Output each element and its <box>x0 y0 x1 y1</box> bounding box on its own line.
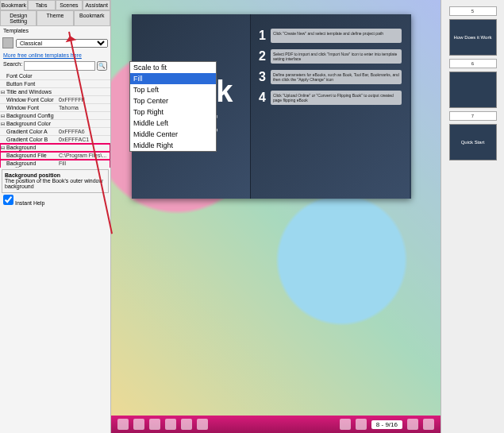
dropdown-option[interactable]: Top Left <box>130 84 216 95</box>
tab-scenes[interactable]: Scenes <box>56 0 83 10</box>
prev-icon[interactable] <box>356 419 367 430</box>
side-prop-row[interactable]: Title and Windows <box>0 88 110 96</box>
next-icon[interactable] <box>407 419 418 430</box>
side-prop-row[interactable]: Gradient Color A0xFFFFA6 <box>0 128 110 136</box>
tab-assistant[interactable]: Assistant <box>83 0 110 10</box>
dropdown-option[interactable]: Middle Center <box>130 129 216 140</box>
thumb-page[interactable]: Quick Start <box>449 124 497 160</box>
side-help: Background position The position of the … <box>2 169 109 193</box>
side-prop-row[interactable]: Button Font <box>0 80 110 88</box>
top-tabs[interactable]: Bookmark Tabs Scenes Assistant <box>0 0 110 10</box>
toc-icon[interactable] <box>117 419 129 430</box>
zoom-icon[interactable] <box>149 419 160 430</box>
search-row: Search: 🔍 <box>0 60 110 72</box>
expand-icon[interactable] <box>133 419 144 430</box>
dropdown-option[interactable]: Top Center <box>130 95 216 106</box>
side-prop-row[interactable]: Window Font Color0xFFFFFF <box>0 96 110 104</box>
first-icon[interactable] <box>340 419 351 430</box>
search-button[interactable]: 🔍 <box>97 61 107 71</box>
side-help-title: Background position <box>5 172 60 178</box>
search-icon[interactable] <box>165 419 176 430</box>
dropdown-option[interactable]: Top Right <box>130 106 216 118</box>
book-right-page: 1Click "Create New" and select template … <box>251 14 410 199</box>
search-input[interactable] <box>24 61 95 71</box>
templates-label: Templates <box>0 26 110 35</box>
dropdown-option[interactable]: Scale to fit <box>130 62 216 73</box>
hand-icon[interactable] <box>181 419 192 430</box>
side-prop-row[interactable]: Background Color <box>0 120 110 128</box>
last-icon[interactable] <box>423 419 434 430</box>
side-help-body: The position of the Book's outer window … <box>5 178 103 189</box>
instant-help-checkbox[interactable]: Instant Help <box>0 199 48 207</box>
thumb-page[interactable] <box>449 72 497 108</box>
tab-tabs[interactable]: Tabs <box>28 0 56 10</box>
side-prop-row[interactable]: Gradient Color B0xEFFFAC1 <box>0 136 110 144</box>
sub-tabs[interactable]: Design Setting Theme Bookmark <box>0 10 110 26</box>
dropdown-option[interactable]: Middle Left <box>130 118 216 129</box>
side-prop-row[interactable]: Background positionFill <box>0 160 110 168</box>
template-picker[interactable]: Classical <box>0 35 110 51</box>
template-icon <box>2 37 13 48</box>
bg-position-dropdown[interactable]: Scale to fitFillTop LeftTop CenterTop Ri… <box>129 61 217 152</box>
thumb-num[interactable]: 7 <box>449 111 497 121</box>
page-indicator[interactable]: 8 - 9/16 <box>371 420 402 429</box>
more-templates-link[interactable]: More free online templates here <box>0 51 110 60</box>
tab-theme[interactable]: Theme <box>37 10 73 26</box>
dropdown-option[interactable]: Fill <box>130 73 216 84</box>
side-prop-row[interactable]: Font Color <box>0 72 110 80</box>
main-toolbar[interactable]: 8 - 9/16 <box>111 416 441 433</box>
side-prop-row[interactable]: Window FontTahoma <box>0 104 110 112</box>
thumbnail-strip[interactable]: 5 How Does it Work 6 7 Quick Start <box>441 0 504 433</box>
sound-icon[interactable] <box>197 419 208 430</box>
thumb-page[interactable]: How Does it Work <box>449 19 497 56</box>
search-label: Search: <box>3 61 22 71</box>
tab-design-setting[interactable]: Design Setting <box>0 10 37 26</box>
thumb-num[interactable]: 5 <box>449 6 497 16</box>
tab-bookmark2[interactable]: Bookmark <box>74 10 110 26</box>
template-select[interactable]: Classical <box>16 39 108 48</box>
tab-bookmark[interactable]: Bookmark <box>0 0 28 10</box>
side-panel: Bookmark Tabs Scenes Assistant Design Se… <box>0 0 111 433</box>
dropdown-option[interactable]: Middle Right <box>130 140 216 151</box>
side-prop-row[interactable]: Background Config <box>0 112 110 120</box>
thumb-num[interactable]: 6 <box>449 59 497 68</box>
